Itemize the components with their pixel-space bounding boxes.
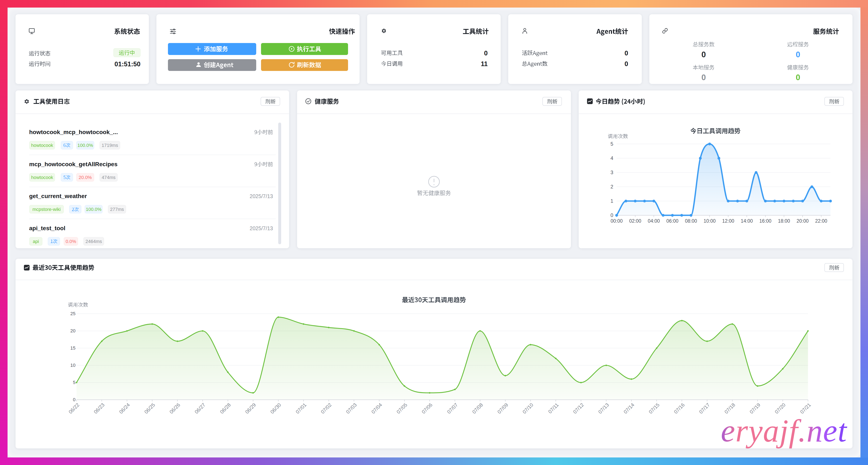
svg-text:eryajf.net: eryajf.net	[721, 413, 847, 448]
